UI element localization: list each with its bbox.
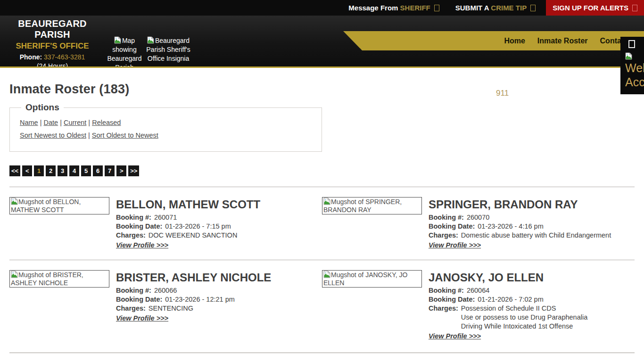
agency-name-line2: SHERIFF'S OFFICE xyxy=(4,41,101,51)
inmate-card: Mugshot of BELLON, MATHEW SCOTT BELLON, … xyxy=(9,197,322,249)
main-navigation: Home Inmate Roster Contact Us xyxy=(343,31,644,50)
divider xyxy=(9,187,635,187)
hours-text: (24 Hours) xyxy=(4,62,101,68)
insignia-image-placeholder: Beauregard Parish Sheriff's Office Insig… xyxy=(145,36,191,63)
agency-identity: BEAUREGARD PARISH SHERIFF'S OFFICE Phone… xyxy=(4,18,101,68)
charges-values: Possession of Schedule II CDSUse or poss… xyxy=(461,304,587,331)
options-legend: Options xyxy=(21,102,64,113)
charges-label: Charges: xyxy=(429,231,458,240)
broken-image-icon xyxy=(323,197,330,205)
inmate-details: SPRINGER, BRANDON RAY Booking #: 260070 … xyxy=(429,197,611,249)
page-7-button[interactable]: 7 xyxy=(105,165,115,176)
options-panel: Options Name | Date | Current | Released… xyxy=(9,102,322,152)
pipe-separator: | xyxy=(86,119,92,126)
booking-date-line: Booking Date: 01-23-2026 - 4:16 pm xyxy=(429,222,611,231)
booking-date-value: 01-21-2026 - 7:02 pm xyxy=(478,295,543,304)
web-accessibility-label: Web Accessibility xyxy=(625,61,644,89)
masthead: BEAUREGARD PARISH SHERIFF'S OFFICE Phone… xyxy=(0,16,644,68)
inmate-card: Mugshot of JANOSKY, JO ELLEN JANOSKY, JO… xyxy=(322,270,635,340)
broken-image-icon xyxy=(147,36,154,44)
agency-name-line1: BEAUREGARD PARISH xyxy=(4,18,101,40)
booking-number-value: 260064 xyxy=(467,286,489,295)
inmate-details: BRISTER, ASHLEY NICHOLE Booking #: 26006… xyxy=(116,270,271,322)
view-profile-link[interactable]: View Profile >>> xyxy=(429,332,481,340)
sign-up-for-alerts-button[interactable]: SIGN UP FOR ALERTS xyxy=(546,0,644,16)
broken-image-icon xyxy=(625,52,632,60)
page-2-button[interactable]: 2 xyxy=(46,165,56,176)
site-header: Message From SHERIFF SUBMIT A CRIME TIP … xyxy=(0,0,644,68)
view-profile-link[interactable]: View Profile >>> xyxy=(116,241,168,249)
sort-link-released[interactable]: Released xyxy=(92,119,121,126)
charge-line: Domestic abuse battery with Child Endang… xyxy=(461,231,611,240)
booking-number-value: 260071 xyxy=(154,213,177,222)
charges-line: Charges: SENTENCING xyxy=(116,304,271,313)
page-6-button[interactable]: 6 xyxy=(93,165,103,176)
broken-image-icon xyxy=(114,36,121,44)
crime-tip-text: CRIME TIP xyxy=(491,4,527,12)
inmate-name: BELLON, MATHEW SCOTT xyxy=(116,198,260,210)
page-4-button[interactable]: 4 xyxy=(69,165,79,176)
view-profile-link[interactable]: View Profile >>> xyxy=(429,241,481,249)
sort-link-sort-newest-to-oldest[interactable]: Sort Newest to Oldest xyxy=(20,132,86,139)
booking-date-label: Booking Date: xyxy=(429,222,475,231)
inmate-name: SPRINGER, BRANDON RAY xyxy=(429,198,611,210)
inmate-roster-list: Mugshot of BELLON, MATHEW SCOTT BELLON, … xyxy=(9,197,635,353)
page-5-button[interactable]: 5 xyxy=(81,165,91,176)
roster-row: Mugshot of BELLON, MATHEW SCOTT BELLON, … xyxy=(9,197,635,249)
mugshot-image-placeholder: Mugshot of SPRINGER, BRANDON RAY xyxy=(322,197,422,214)
booking-number-value: 260070 xyxy=(467,213,489,222)
broken-image-icon xyxy=(323,271,330,278)
pipe-separator: | xyxy=(38,119,44,126)
first-page-button[interactable]: << xyxy=(9,165,20,176)
submit-a-text: SUBMIT A xyxy=(455,4,489,12)
pipe-separator: | xyxy=(86,132,92,139)
charge-line: Driving While Intoxicated 1st Offense xyxy=(461,322,587,331)
inmate-name: BRISTER, ASHLEY NICHOLE xyxy=(116,272,271,283)
phone-number-link[interactable]: 337-463-3281 xyxy=(44,53,85,61)
alerts-label: SIGN UP FOR ALERTS xyxy=(553,4,628,12)
booking-date-value: 01-23-2026 - 4:16 pm xyxy=(478,222,543,231)
booking-date-line: Booking Date: 01-23-2026 - 12:21 pm xyxy=(116,295,271,304)
charges-values: DOC WEEKEND SANCTION xyxy=(149,231,238,240)
mugshot-image-placeholder: Mugshot of BELLON, MATHEW SCOTT xyxy=(9,197,109,214)
view-profile-link[interactable]: View Profile >>> xyxy=(116,314,168,322)
mugshot-image-placeholder: Mugshot of BRISTER, ASHLEY NICHOLE xyxy=(9,270,109,288)
message-from-sheriff-link[interactable]: Message From SHERIFF xyxy=(348,4,439,12)
nav-inmate-roster[interactable]: Inmate Roster xyxy=(537,37,588,45)
inmate-details: BELLON, MATHEW SCOTT Booking #: 260071 B… xyxy=(116,197,260,249)
pagination: <<<1234567>>> xyxy=(9,165,635,176)
last-page-button[interactable]: >> xyxy=(128,165,139,176)
sort-link-date[interactable]: Date xyxy=(44,119,58,126)
submit-crime-tip-link[interactable]: SUBMIT A CRIME TIP xyxy=(455,4,536,12)
inmate-card: Mugshot of SPRINGER, BRANDON RAY SPRINGE… xyxy=(322,197,635,249)
nav-home[interactable]: Home xyxy=(504,37,525,45)
roster-row: Mugshot of BRISTER, ASHLEY NICHOLE BRIST… xyxy=(9,270,635,340)
web-accessibility-widget[interactable]: Web Accessibility xyxy=(620,37,644,94)
booking-number-line: Booking #: 260064 xyxy=(429,286,587,295)
booking-number-label: Booking #: xyxy=(116,286,151,295)
next-page-button[interactable]: > xyxy=(116,165,126,176)
booking-number-line: Booking #: 260070 xyxy=(429,213,611,222)
page-3-button[interactable]: 3 xyxy=(58,165,67,176)
page-title: Inmate Roster (183) xyxy=(9,82,635,97)
main-content: 911 Inmate Roster (183) Options Name | D… xyxy=(0,82,644,353)
booking-number-label: Booking #: xyxy=(429,213,464,222)
pipe-separator: | xyxy=(58,119,64,126)
charge-line: Possession of Schedule II CDS xyxy=(461,304,587,313)
charges-values: SENTENCING xyxy=(149,304,193,313)
top-utility-bar: Message From SHERIFF SUBMIT A CRIME TIP … xyxy=(0,0,644,16)
charges-line: Charges: Domestic abuse battery with Chi… xyxy=(429,231,611,240)
broken-image-icon xyxy=(11,271,18,278)
map-alt-text: Map showing Beauregard Parish location w… xyxy=(104,37,145,68)
divider xyxy=(9,260,635,260)
emergency-911-link[interactable]: 911 xyxy=(496,89,509,98)
missing-glyph-icon xyxy=(530,5,536,11)
sort-link-sort-oldest-to-newest[interactable]: Sort Oldest to Newest xyxy=(92,132,158,139)
sort-link-current[interactable]: Current xyxy=(64,119,86,126)
prev-page-button[interactable]: < xyxy=(22,165,32,176)
page-1-button[interactable]: 1 xyxy=(34,165,44,176)
sheriff-text: SHERIFF xyxy=(400,4,430,12)
booking-date-value: 01-23-2026 - 7:15 pm xyxy=(165,222,231,231)
mugshot-image-placeholder: Mugshot of JANOSKY, JO ELLEN xyxy=(322,270,422,288)
sort-link-name[interactable]: Name xyxy=(20,119,38,126)
